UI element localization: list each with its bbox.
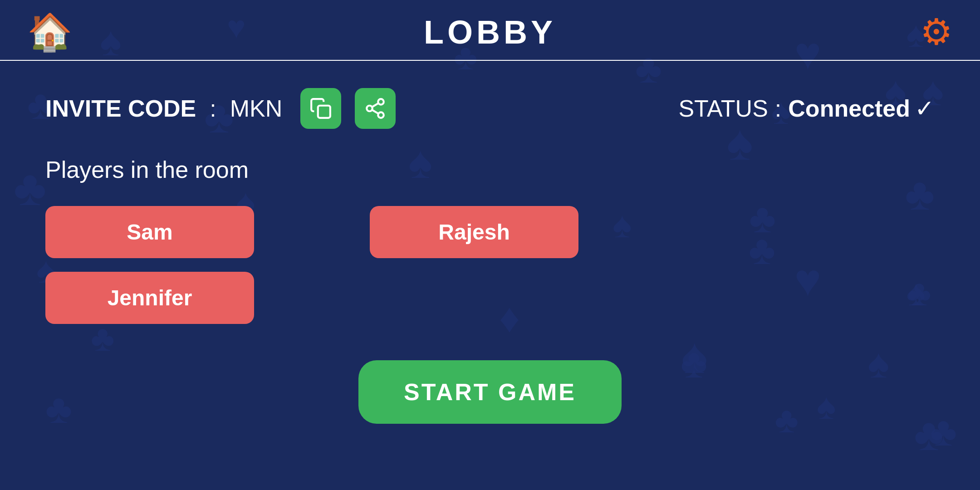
header: 🏠 LOBBY ⚙ (0, 0, 980, 61)
status-check: ✓ (915, 95, 935, 122)
players-title: Players in the room (45, 156, 935, 183)
svg-line-5 (372, 103, 378, 107)
svg-point-1 (378, 99, 384, 105)
settings-button[interactable]: ⚙ (920, 14, 953, 50)
players-section: Players in the room Sam Rajesh Jennifer (45, 156, 935, 324)
status-value: Connected (788, 95, 910, 122)
page-title: LOBBY (27, 14, 953, 51)
invite-code-label: INVITE CODE (45, 95, 196, 122)
share-button[interactable] (355, 88, 396, 129)
invite-separator: : (210, 95, 216, 122)
players-grid: Sam Rajesh Jennifer (45, 206, 681, 324)
invite-code-value: MKN (230, 95, 283, 122)
status-label: STATUS (678, 95, 768, 122)
share-icon (364, 97, 387, 120)
status-separator: : (775, 95, 781, 122)
start-game-container: START GAME (45, 360, 935, 424)
player-rajesh[interactable]: Rajesh (370, 206, 578, 258)
status-section: STATUS : Connected ✓ (678, 95, 935, 122)
svg-point-2 (367, 106, 373, 112)
invite-status-row: INVITE CODE : MKN (45, 88, 935, 129)
home-button[interactable]: 🏠 (27, 14, 73, 50)
copy-icon (309, 97, 332, 120)
invite-code-section: INVITE CODE : MKN (45, 88, 400, 129)
svg-rect-0 (318, 106, 330, 118)
player-jennifer[interactable]: Jennifer (45, 272, 254, 324)
main-content: INVITE CODE : MKN (0, 61, 980, 451)
copy-button[interactable] (300, 88, 341, 129)
svg-line-4 (372, 110, 378, 113)
start-game-button[interactable]: START GAME (358, 360, 622, 424)
player-sam[interactable]: Sam (45, 206, 254, 258)
svg-point-3 (378, 112, 384, 118)
